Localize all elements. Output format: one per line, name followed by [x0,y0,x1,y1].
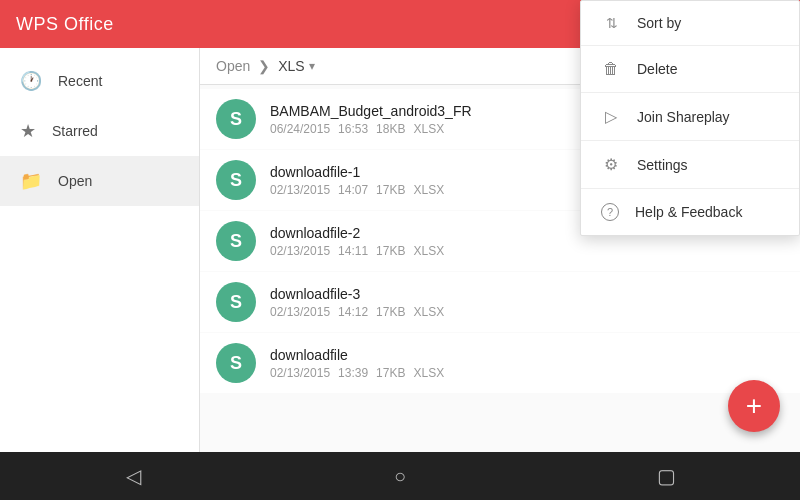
file-info: downloadfile-3 02/13/2015 14:12 17KB XLS… [270,286,784,319]
file-avatar: S [216,282,256,322]
shareplay-icon: ▷ [601,107,621,126]
file-avatar: S [216,221,256,261]
sidebar-item-open[interactable]: 📁 Open [0,156,199,206]
file-size: 17KB [376,305,405,319]
breadcrumb-dropdown-icon: ▾ [309,59,315,73]
delete-icon: 🗑 [601,60,621,78]
sidebar-label-recent: Recent [58,73,102,89]
breadcrumb-open-label: Open [216,58,250,74]
fab-button[interactable]: + [728,380,780,432]
file-info: downloadfile 02/13/2015 13:39 17KB XLSX [270,347,784,380]
open-icon: 📁 [20,170,42,192]
back-icon: ◁ [126,464,141,488]
file-type: XLSX [413,305,444,319]
context-menu-item-settings[interactable]: ⚙ Settings [581,141,799,188]
home-button[interactable]: ○ [380,456,420,496]
sidebar-item-recent[interactable]: 🕐 Recent [0,56,199,106]
file-avatar: S [216,99,256,139]
file-time: 14:12 [338,305,368,319]
help-icon: ? [601,203,619,221]
breadcrumb-folder[interactable]: XLS ▾ [278,58,314,74]
fab-plus-icon: + [746,392,762,420]
file-name: downloadfile [270,347,784,363]
recent-apps-button[interactable]: ▢ [647,456,687,496]
file-time: 14:11 [338,244,368,258]
context-menu-item-delete[interactable]: 🗑 Delete [581,46,799,92]
file-size: 18KB [376,122,405,136]
bottom-navigation-bar: ◁ ○ ▢ [0,452,800,500]
context-menu-label-delete: Delete [637,61,677,77]
context-menu-item-help-feedback[interactable]: ? Help & Feedback [581,189,799,235]
recent-icon: 🕐 [20,70,42,92]
back-button[interactable]: ◁ [113,456,153,496]
context-menu-item-sort-by[interactable]: ⇅ Sort by [581,1,799,45]
context-menu-label-sort-by: Sort by [637,15,681,31]
context-menu-label-settings: Settings [637,157,688,173]
file-date: 02/13/2015 [270,305,330,319]
breadcrumb-folder-label: XLS [278,58,304,74]
file-type: XLSX [413,366,444,380]
settings-icon: ⚙ [601,155,621,174]
file-type: XLSX [413,122,444,136]
context-menu-item-join-shareplay[interactable]: ▷ Join Shareplay [581,93,799,140]
file-name: downloadfile-3 [270,286,784,302]
file-time: 13:39 [338,366,368,380]
sidebar-label-open: Open [58,173,92,189]
breadcrumb-chevron-icon: ❯ [258,58,270,74]
file-date: 02/13/2015 [270,366,330,380]
file-date: 02/13/2015 [270,244,330,258]
file-size: 17KB [376,244,405,258]
context-menu-label-help-feedback: Help & Feedback [635,204,742,220]
file-meta: 02/13/2015 14:12 17KB XLSX [270,305,784,319]
file-date: 06/24/2015 [270,122,330,136]
file-time: 14:07 [338,183,368,197]
file-size: 17KB [376,366,405,380]
file-time: 16:53 [338,122,368,136]
sidebar: 🕐 Recent ★ Starred 📁 Open [0,48,200,452]
sidebar-item-starred[interactable]: ★ Starred [0,106,199,156]
file-avatar: S [216,160,256,200]
home-icon: ○ [394,465,406,488]
file-date: 02/13/2015 [270,183,330,197]
app-title: WPS Office [16,14,114,35]
file-item[interactable]: S downloadfile-3 02/13/2015 14:12 17KB X… [200,272,800,332]
sort-by-icon: ⇅ [601,15,621,31]
starred-icon: ★ [20,120,36,142]
recent-apps-icon: ▢ [657,464,676,488]
context-menu-label-join-shareplay: Join Shareplay [637,109,730,125]
file-type: XLSX [413,244,444,258]
file-avatar: S [216,343,256,383]
sidebar-label-starred: Starred [52,123,98,139]
file-meta: 02/13/2015 13:39 17KB XLSX [270,366,784,380]
file-type: XLSX [413,183,444,197]
file-size: 17KB [376,183,405,197]
context-menu: ⇅ Sort by 🗑 Delete ▷ Join Shareplay ⚙ Se… [580,0,800,236]
file-item[interactable]: S downloadfile 02/13/2015 13:39 17KB XLS… [200,333,800,393]
file-meta: 02/13/2015 14:11 17KB XLSX [270,244,784,258]
